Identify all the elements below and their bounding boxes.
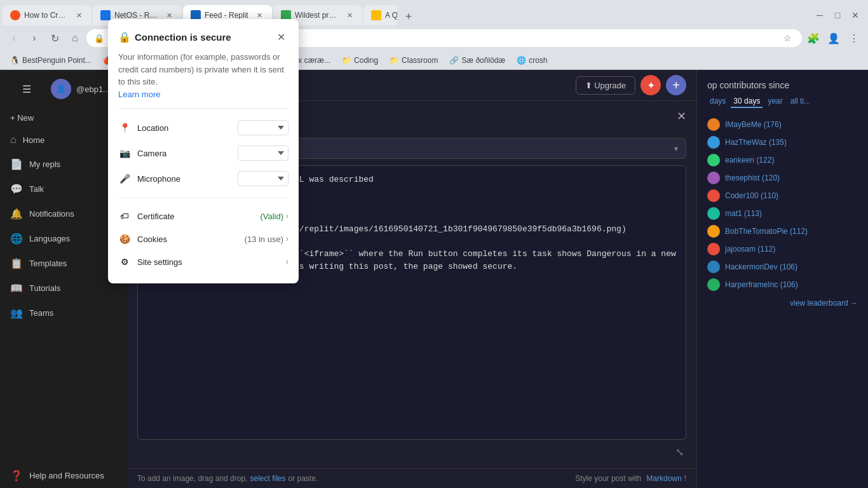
leaderboard-title: op contributors since <box>707 80 858 90</box>
lb-name-5[interactable]: Coder100 (110) <box>725 191 858 200</box>
bookmark-crosh[interactable]: 🌐 crosh <box>512 55 552 66</box>
lb-name-4[interactable]: thesephist (120) <box>725 173 858 182</box>
bookmark-bestpenguin[interactable]: 🐧 BestPenguin Point... <box>5 55 97 66</box>
camera-select-wrapper[interactable]: Ask Allow Block <box>238 146 288 161</box>
bookmark-sae-label: Sæ ðoñlödæ <box>461 56 505 65</box>
security-popup: 🔒 Connection is secure ✕ Your informatio… <box>108 19 299 283</box>
hamburger-menu[interactable]: ☰ <box>18 80 36 98</box>
extensions-button[interactable]: 🧩 <box>804 29 822 47</box>
maximize-button[interactable]: □ <box>830 8 845 23</box>
popup-certificate-row[interactable]: 🏷 Certificate (Valid) › <box>118 205 288 227</box>
bookmark-classroom[interactable]: 📁 Classroom <box>384 55 443 66</box>
popup-close-button[interactable]: ✕ <box>273 29 288 44</box>
bookmark-bestpenguin-icon: 🐧 <box>10 56 20 65</box>
notifications-label: Notifications <box>29 209 74 219</box>
list-item: eankeen (122) <box>707 151 858 169</box>
list-item: IMayBeMe (176) <box>707 116 858 133</box>
location-select-wrapper[interactable]: Ask Allow Block <box>238 120 288 135</box>
lb-name-7[interactable]: BobTheTomatoPie (112) <box>725 227 858 236</box>
forward-button[interactable]: › <box>25 29 43 47</box>
tab-all[interactable]: all ti... <box>788 95 813 108</box>
popup-site-settings-row[interactable]: ⚙ Site settings › <box>118 250 288 273</box>
chrome-menu-button[interactable]: ⋮ <box>845 29 863 47</box>
location-label: Location <box>137 123 238 133</box>
popup-description: Your information (for example, passwords… <box>118 51 288 100</box>
bookmark-star-icon[interactable]: ☆ <box>780 31 794 45</box>
tutorials-label: Tutorials <box>29 283 60 293</box>
new-tab-button[interactable]: + <box>400 8 417 25</box>
learn-more-link[interactable]: Learn more <box>118 90 160 99</box>
modal-close-button[interactable]: ✕ <box>674 109 689 124</box>
tab-1-title: How to Crea... <box>24 11 70 20</box>
username-label: @ebp1... <box>76 85 110 94</box>
lb-name-3[interactable]: eankeen (122) <box>725 156 858 165</box>
close-button[interactable]: ✕ <box>848 8 863 23</box>
languages-label: Languages <box>29 234 70 243</box>
view-leaderboard-link[interactable]: view leaderboard → <box>707 299 858 308</box>
secure-lock-icon: 🔒 <box>118 31 131 43</box>
microphone-label: Microphone <box>137 174 238 184</box>
list-item: jajoosam (112) <box>707 240 858 258</box>
tab-days[interactable]: days <box>707 95 728 108</box>
home-button[interactable]: ⌂ <box>66 29 84 47</box>
tab-1-close[interactable]: ✕ <box>74 10 84 20</box>
popup-title-text: Connection is secure <box>135 32 231 43</box>
sidebar-item-help[interactable]: ❓ Help and Resources <box>0 463 127 488</box>
lb-name-2[interactable]: HazTheWaz (135) <box>725 138 858 147</box>
cookies-chevron-icon: › <box>286 234 288 243</box>
bookmark-sae[interactable]: 🔗 Sæ ðoñlödæ <box>444 55 510 66</box>
popup-header: 🔒 Connection is secure ✕ <box>118 29 288 44</box>
back-button[interactable]: ‹ <box>5 29 23 47</box>
talk-label: Talk <box>29 184 44 194</box>
popup-divider-2 <box>118 198 288 198</box>
home-icon: ⌂ <box>10 134 17 146</box>
talk-icon: 💬 <box>10 183 23 195</box>
upgrade-button[interactable]: ⬆ Upgrade <box>576 76 635 95</box>
cookies-value: (13 in use) <box>245 234 283 244</box>
popup-location-row: 📍 Location Ask Allow Block <box>118 115 288 140</box>
list-item: Coder100 (110) <box>707 187 858 205</box>
lb-name-8[interactable]: jajoosam (112) <box>725 245 858 254</box>
microphone-select-wrapper[interactable]: Ask Allow Block <box>238 171 288 186</box>
location-icon: 📍 <box>118 121 131 134</box>
reload-button[interactable]: ↻ <box>46 29 64 47</box>
markdown-link[interactable]: Markdown <box>646 474 681 483</box>
minimize-button[interactable]: ─ <box>812 8 827 23</box>
toolbar-right: ⬆ Upgrade ✦ + <box>576 75 686 95</box>
lb-name-1[interactable]: IMayBeMe (176) <box>725 120 858 129</box>
bookmark-bestpenguin-label: BestPenguin Point... <box>22 56 92 65</box>
bookmark-coding[interactable]: 📁 Coding <box>337 55 383 66</box>
tab-5[interactable]: A Quick Guid... ✕ <box>363 5 397 25</box>
user-profile-button[interactable]: 👤 <box>825 29 843 47</box>
window-controls: ─ □ ✕ <box>812 8 868 25</box>
tab-30days[interactable]: 30 days <box>731 95 763 108</box>
tab-4-close[interactable]: ✕ <box>344 10 355 20</box>
microphone-select[interactable]: Ask Allow Block <box>238 171 288 186</box>
user-icon-button[interactable]: ✦ <box>641 75 661 95</box>
popup-divider-1 <box>118 108 288 109</box>
location-select[interactable]: Ask Allow Block <box>238 120 288 135</box>
popup-microphone-row: 🎤 Microphone Ask Allow Block <box>118 166 288 191</box>
sidebar-item-teams[interactable]: 👥 Teams <box>0 301 127 325</box>
lb-name-10[interactable]: HarperframeInc (106) <box>725 280 858 289</box>
bookmark-classroom-icon: 📁 <box>390 56 399 65</box>
bookmark-coding-label: Coding <box>354 56 378 65</box>
select-files-link[interactable]: select files <box>250 474 285 483</box>
lb-name-9[interactable]: HackermonDev (106) <box>725 262 858 271</box>
list-item: mat1 (113) <box>707 205 858 222</box>
popup-cookies-row[interactable]: 🍪 Cookies (13 in use) › <box>118 227 288 250</box>
myrepls-label: My repls <box>29 159 60 169</box>
camera-select[interactable]: Ask Allow Block <box>238 146 288 161</box>
lb-name-6[interactable]: mat1 (113) <box>725 209 858 218</box>
leaderboard-title-text: op contributors since <box>707 80 789 90</box>
select-chevron-icon: ▾ <box>674 144 678 153</box>
certificate-icon: 🏷 <box>118 210 131 222</box>
resize-handle[interactable]: ⤡ <box>137 446 686 458</box>
site-settings-icon: ⚙ <box>118 255 131 268</box>
tab-1[interactable]: How to Crea... ✕ <box>3 5 92 25</box>
tab-year[interactable]: year <box>765 95 785 108</box>
help-label: Help and Resources <box>29 471 104 480</box>
notifications-icon: 🔔 <box>10 208 23 220</box>
help-icon: ❓ <box>10 470 23 482</box>
add-button[interactable]: + <box>666 75 686 95</box>
